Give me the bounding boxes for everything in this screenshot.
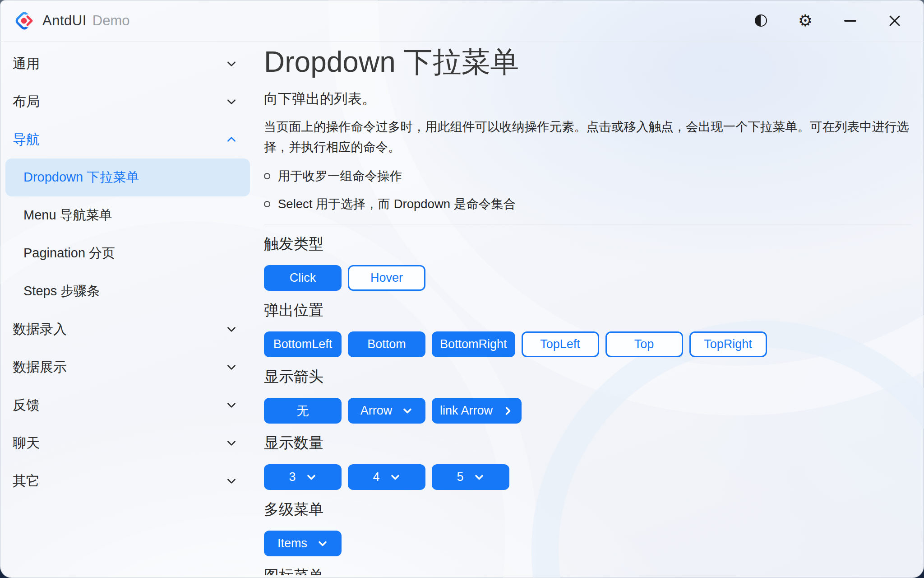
chevron-down-icon [226, 323, 237, 335]
sidebar-group-5[interactable]: 数据展示 [0, 348, 257, 386]
demo-button-click[interactable]: Click [264, 265, 342, 291]
sidebar-nav: 通用 布局 导航 Dropdown 下拉菜单 Menu 导航菜单 Paginat… [0, 45, 257, 500]
chevron-down-icon [474, 472, 485, 483]
gear-icon: ⚙ [798, 13, 813, 29]
chevron-down-icon [226, 361, 237, 373]
bullet-list: 用于收罗一组命令操作Select 用于选择，而 Dropdown 是命令集合 [264, 168, 911, 212]
demo-button-topright[interactable]: TopRight [689, 331, 767, 357]
sidebar-group-6[interactable]: 反馈 [0, 386, 257, 424]
sidebar-group-1[interactable]: 通用 [0, 45, 257, 83]
section-heading: 多级菜单 [264, 500, 911, 519]
demo-button-arrow[interactable]: Arrow [348, 398, 425, 424]
demo-button-label: BottomLeft [273, 337, 333, 351]
demo-section: 显示箭头 无 Arrow link Arrow [264, 367, 911, 424]
sidebar-item[interactable]: Menu 导航菜单 [5, 196, 250, 234]
app-title-suffix: Demo [92, 13, 130, 29]
sidebar-item[interactable]: Dropdown 下拉菜单 [5, 158, 250, 196]
titlebar: AntdUI Demo ⚙ [0, 0, 924, 42]
sidebar-item-label: Steps 步骤条 [23, 282, 100, 300]
demo-button-label: Bottom [367, 337, 406, 351]
sidebar-item[interactable]: Pagination 分页 [5, 234, 250, 272]
demo-button-bottomleft[interactable]: BottomLeft [264, 331, 342, 357]
minimize-button[interactable] [841, 11, 859, 30]
demo-button-label: Items [277, 536, 307, 550]
demo-button-label: Top [634, 337, 654, 351]
content-area: Dropdown 下拉菜单 向下弹出的列表。 当页面上的操作命令过多时，用此组件… [264, 42, 911, 575]
sidebar-group-label: 数据展示 [13, 358, 67, 377]
page-title: Dropdown 下拉菜单 [264, 44, 911, 80]
bullet-item: 用于收罗一组命令操作 [264, 168, 911, 184]
bullet-item: Select 用于选择，而 Dropdown 是命令集合 [264, 196, 911, 212]
theme-toggle-button[interactable] [751, 11, 770, 30]
demo-button-label: 4 [373, 470, 379, 484]
app-title-brand: AntdUI [42, 13, 87, 29]
demo-section: 多级菜单 Items [264, 500, 911, 556]
button-row: 无 Arrow link Arrow [264, 398, 911, 424]
demo-button-label: link Arrow [440, 404, 493, 418]
chevron-down-icon [226, 437, 237, 449]
chevron-down-icon [226, 58, 237, 70]
sidebar-group-label: 数据录入 [13, 320, 67, 339]
chevron-down-icon [226, 399, 237, 411]
sidebar-group-label: 其它 [13, 472, 40, 490]
demo-button-无[interactable]: 无 [264, 398, 342, 424]
sidebar-group-2[interactable]: 布局 [0, 83, 257, 121]
demo-button-items[interactable]: Items [264, 531, 342, 556]
chevron-down-icon [226, 96, 237, 107]
button-row: 3 4 5 [264, 464, 911, 490]
sidebar-group-3[interactable]: 导航 [0, 121, 257, 158]
button-row: Items [264, 531, 911, 556]
section-heading: 触发类型 [264, 234, 911, 253]
demo-button-3[interactable]: 3 [264, 464, 342, 490]
section-heading: 显示箭头 [264, 367, 911, 386]
app-title: AntdUI Demo [42, 13, 129, 29]
demo-button-bottom[interactable]: Bottom [348, 331, 425, 357]
demo-section: 弹出位置 BottomLeft Bottom BottomRight TopLe… [264, 301, 911, 357]
close-icon [888, 14, 901, 27]
sidebar-group-label: 导航 [13, 131, 40, 149]
sidebar-group-label: 聊天 [13, 434, 40, 452]
section-heading: 弹出位置 [264, 301, 911, 320]
demo-button-label: TopLeft [540, 337, 580, 351]
section-heading: 显示数量 [264, 434, 911, 452]
sidebar-item[interactable]: Steps 步骤条 [5, 272, 250, 310]
sidebar-item-label: Menu 导航菜单 [23, 206, 112, 224]
page-description: 当页面上的操作命令过多时，用此组件可以收纳操作元素。点击或移入触点，会出现一个下… [264, 117, 909, 157]
demo-button-link-arrow[interactable]: link Arrow [432, 398, 522, 424]
chevron-down-icon [390, 472, 401, 483]
sidebar-item-label: Pagination 分页 [23, 244, 115, 262]
minimize-icon [844, 20, 856, 22]
chevron-down-icon [317, 538, 328, 549]
demo-button-label: Arrow [360, 404, 393, 418]
demo-button-topleft[interactable]: TopLeft [522, 331, 599, 357]
section-heading: 图标菜单 [264, 566, 911, 575]
demo-button-label: 3 [289, 470, 296, 484]
demo-button-4[interactable]: 4 [348, 464, 425, 490]
sidebar: 通用 布局 导航 Dropdown 下拉菜单 Menu 导航菜单 Paginat… [0, 42, 257, 575]
sidebar-group-4[interactable]: 数据录入 [0, 310, 257, 348]
half-moon-contrast-icon [755, 14, 767, 27]
demo-button-label: Click [290, 271, 316, 285]
sidebar-group-7[interactable]: 聊天 [0, 424, 257, 462]
page-subtitle: 向下弹出的列表。 [264, 90, 911, 107]
demo-button-top[interactable]: Top [605, 331, 683, 357]
demo-button-hover[interactable]: Hover [348, 265, 425, 291]
demo-section: 显示数量 3 4 5 [264, 434, 911, 490]
demo-button-label: 无 [297, 403, 309, 419]
demo-button-5[interactable]: 5 [432, 464, 509, 490]
close-button[interactable] [885, 11, 904, 30]
settings-button[interactable]: ⚙ [796, 11, 815, 30]
sidebar-group-label: 布局 [13, 93, 40, 111]
app-logo-icon [14, 10, 35, 32]
sidebar-group-label: 反馈 [13, 396, 40, 415]
button-row: BottomLeft Bottom BottomRight TopLeft To… [264, 331, 911, 357]
sidebar-group-8[interactable]: 其它 [0, 462, 257, 500]
window-controls: ⚙ [751, 11, 910, 30]
button-row: Click Hover [264, 265, 911, 291]
demo-section: 图标菜单 [264, 566, 911, 575]
section-divider [264, 224, 911, 224]
chevron-up-icon [226, 134, 237, 145]
demo-button-bottomright[interactable]: BottomRight [432, 331, 515, 357]
chevron-down-icon [402, 406, 413, 416]
chevron-down-icon [306, 472, 317, 483]
